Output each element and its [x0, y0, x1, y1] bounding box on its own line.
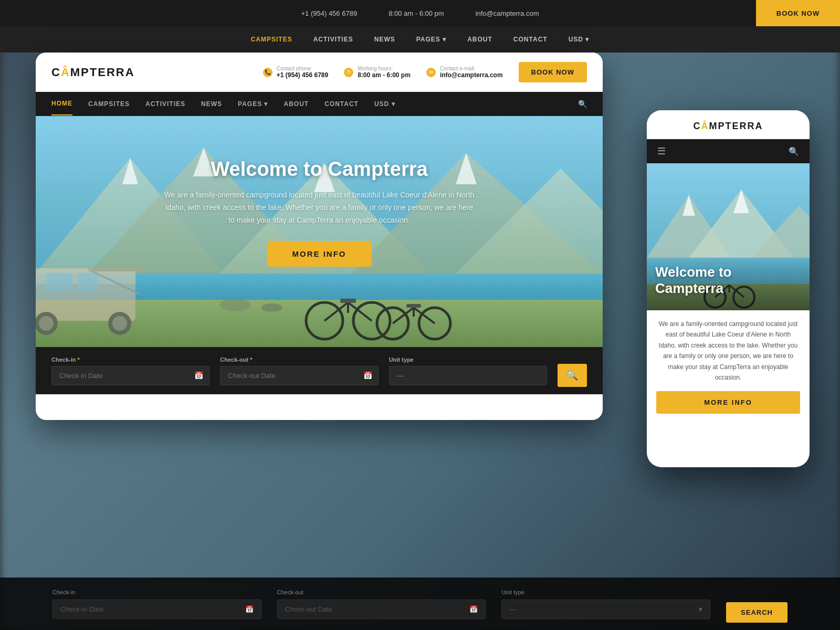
bg-hours: 8:00 am - 6:00 pm [388, 9, 444, 17]
mobile-hero-title: Welcome to Campterra [655, 264, 801, 297]
bg-phone: +1 (954) 456 6789 [301, 9, 358, 17]
hero-content: Welcome to Campterra We are a family-ori… [162, 158, 477, 267]
checkout-field: Check-out * 📅 [220, 356, 378, 385]
mobile-hero-overlay: Welcome to Campterra [647, 256, 810, 310]
nav-search-icon[interactable]: 🔍 [578, 100, 587, 108]
bg-booknow: BOOK NOW [776, 9, 820, 17]
logo-dot: Â [61, 66, 70, 79]
bg-nav-pages: PAGES ▾ [416, 36, 446, 43]
hours-label: Working hours: [358, 66, 411, 71]
bg-unit-label: Unit type [501, 589, 710, 595]
mobile-content: We are a family-oriented campground loca… [647, 310, 810, 422]
book-now-button[interactable]: BOOK NOW [519, 62, 587, 82]
search-button[interactable]: 🔍 [558, 364, 587, 387]
bg-topbar: +1 (954) 456 6789 8:00 am - 6:00 pm info… [0, 0, 840, 26]
bg-checkin-field: Check-in Check-in Date 📅 [52, 589, 261, 619]
phone-info: 📞 Contact phone: +1 (954) 456 6789 [263, 66, 328, 79]
bg-search-btn: x SEARCH [726, 585, 788, 623]
svg-rect-19 [340, 299, 356, 303]
svg-point-31 [39, 316, 54, 331]
mobile-card: CÂMPTERRA ☰ 🔍 [647, 110, 810, 467]
checkin-field: Check-in * 📅 [51, 356, 209, 385]
more-info-button[interactable]: MORE INFO [267, 241, 372, 267]
nav-usd[interactable]: USD ▾ [374, 93, 395, 115]
hours-value: 8:00 am - 6:00 pm [358, 71, 411, 79]
bg-nav-about: ABOUT [467, 36, 492, 43]
bg-checkin-input: Check-in Date 📅 [52, 600, 261, 619]
bg-nav-contact: CONTACT [513, 36, 548, 43]
hours-info: ⏱ Working hours: 8:00 am - 6:00 pm [344, 66, 411, 79]
mobile-description: We are a family-oriented campground loca… [656, 319, 800, 383]
search-icon: 🔍 [566, 370, 578, 381]
bg-email: info@campterra.com [476, 9, 539, 17]
email-info: ✉ Contact e-mail: info@campterra.com [426, 66, 503, 79]
bg-unit-input: — ▾ [501, 600, 710, 619]
nav-contact[interactable]: CONTACT [324, 93, 359, 115]
nav-activities[interactable]: ACTIVITIES [145, 93, 185, 115]
bg-booking-bar: Check-in Check-in Date 📅 Check-out Check… [0, 578, 840, 630]
phone-value: +1 (954) 456 6789 [277, 71, 328, 79]
bg-navbar: CAMPSITES ACTIVITIES NEWS PAGES ▾ ABOUT … [0, 26, 840, 52]
checkout-label: Check-out * [220, 356, 378, 363]
mobile-logo-dot: Â [701, 121, 709, 131]
card-nav: HOME CAMPSITES ACTIVITIES NEWS PAGES ▾ A… [36, 92, 603, 116]
unit-input-wrap: — [389, 366, 547, 385]
phone-icon: 📞 [263, 68, 272, 77]
email-value: info@campterra.com [440, 71, 503, 79]
hours-text: Working hours: 8:00 am - 6:00 pm [358, 66, 411, 79]
nav-about[interactable]: ABOUT [284, 93, 309, 115]
bg-checkout-field: Check-out Check-out Date 📅 [277, 589, 486, 619]
bg-checkout-input: Check-out Date 📅 [277, 600, 486, 619]
svg-rect-29 [78, 272, 99, 291]
bg-nav-usd: USD ▾ [569, 36, 590, 43]
checkin-calendar-icon: 📅 [194, 371, 203, 380]
hamburger-icon[interactable]: ☰ [657, 145, 666, 157]
mobile-header: CÂMPTERRA [647, 110, 810, 139]
hero-description: We are a family-oriented campground loca… [162, 189, 477, 226]
desktop-logo: CÂMPTERRA [51, 66, 135, 79]
checkout-input-wrap: 📅 [220, 366, 378, 385]
mobile-search-icon[interactable]: 🔍 [789, 146, 799, 156]
svg-point-13 [261, 303, 282, 312]
checkin-label: Check-in * [51, 356, 209, 363]
header-info: 📞 Contact phone: +1 (954) 456 6789 ⏱ Wor… [263, 62, 587, 82]
bg-checkout-placeholder: Check-out Date [285, 605, 332, 613]
svg-rect-25 [406, 304, 421, 308]
card-hero: Welcome to Campterra We are a family-ori… [36, 116, 603, 347]
desktop-card: CÂMPTERRA 📞 Contact phone: +1 (954) 456 … [36, 52, 603, 420]
hours-icon: ⏱ [344, 68, 353, 77]
nav-pages[interactable]: PAGES ▾ [238, 93, 268, 115]
mobile-hero: Welcome to Campterra [647, 163, 810, 310]
mobile-more-info-button[interactable]: MORE INFO [656, 391, 800, 414]
bg-unit-field: Unit type — ▾ [501, 589, 710, 619]
bg-unit-arrow: ▾ [699, 605, 702, 613]
unit-select[interactable]: — [389, 366, 547, 385]
bg-checkin-icon: 📅 [245, 605, 254, 613]
checkout-input[interactable] [220, 366, 378, 385]
bg-checkout-icon: 📅 [469, 605, 478, 613]
checkin-input[interactable] [51, 366, 209, 385]
bg-unit-placeholder: — [509, 605, 516, 613]
nav-home[interactable]: HOME [51, 92, 72, 116]
phone-text: Contact phone: +1 (954) 456 6789 [277, 66, 328, 79]
unit-label: Unit type [389, 356, 547, 363]
mobile-nav: ☰ 🔍 [647, 139, 810, 163]
nav-news[interactable]: NEWS [201, 93, 222, 115]
nav-campsites[interactable]: CAMPSITES [88, 93, 130, 115]
mobile-logo: CÂMPTERRA [694, 121, 763, 132]
svg-point-33 [112, 316, 127, 331]
svg-rect-28 [46, 272, 72, 291]
bg-checkout-label: Check-out [277, 589, 486, 595]
bg-nav-news: NEWS [374, 36, 395, 43]
bg-checkin-placeholder: Check-in Date [60, 605, 103, 613]
card-booking-bar: Check-in * 📅 Check-out * 📅 Unit type — [36, 347, 603, 394]
svg-point-12 [219, 299, 251, 311]
card-header: CÂMPTERRA 📞 Contact phone: +1 (954) 456 … [36, 52, 603, 92]
svg-rect-35 [88, 268, 141, 271]
bg-nav-activities: ACTIVITIES [313, 36, 353, 43]
phone-label: Contact phone: [277, 66, 328, 71]
bg-search-label: SEARCH [726, 602, 788, 623]
email-label: Contact e-mail: [440, 66, 503, 71]
checkin-input-wrap: 📅 [51, 366, 209, 385]
hero-title: Welcome to Campterra [162, 158, 477, 181]
